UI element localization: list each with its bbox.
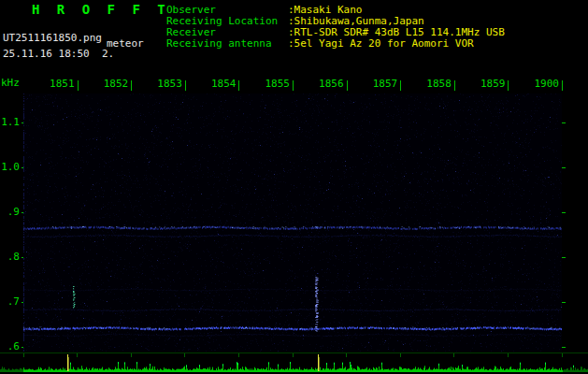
freq-tick-mark-right [562, 347, 566, 348]
time-tick-label: 1852 [91, 79, 128, 90]
freq-tick-label: 1.1 [0, 117, 20, 128]
info-value: :5el Yagi Az 20 for Aomori VOR [288, 38, 474, 50]
time-tick-label: 1856 [307, 79, 344, 90]
time-tick-label: 1900 [522, 79, 559, 90]
freq-tick-label: 1.0 [0, 162, 20, 173]
freq-tick-label: .8 [0, 252, 20, 263]
filename-label: UT2511161850.png [3, 33, 102, 44]
app-title: H R O F F T [32, 4, 170, 15]
time-tick-mark [562, 80, 563, 91]
freq-tick-mark-right [562, 167, 566, 168]
time-tick-mark [400, 80, 401, 91]
time-tick-label: 1855 [252, 79, 290, 90]
hrofft-screen: H R O F F T UT2511161850.png meteor 25.1… [0, 0, 588, 374]
time-tick-label: 1854 [198, 79, 236, 90]
time-tick-label: 1859 [467, 79, 505, 90]
time-tick-mark [347, 80, 348, 91]
freq-axis-unit-label: kHz [1, 78, 20, 89]
freq-tick-mark-right [562, 122, 566, 123]
time-tick-mark [508, 80, 509, 91]
time-tick-label: 1857 [360, 79, 397, 90]
signal-level-strip-canvas [0, 352, 588, 374]
time-tick-mark [131, 80, 132, 91]
time-tick-label: 1851 [37, 79, 75, 90]
timestamp-label: 25.11.16 18:50 2. [3, 49, 114, 60]
freq-tick-label: .9 [0, 207, 20, 218]
time-tick-mark [238, 80, 239, 91]
freq-tick-mark-right [562, 212, 566, 213]
spectrogram-canvas [23, 94, 562, 352]
freq-tick-mark-right [562, 257, 566, 258]
freq-tick-label: .7 [0, 296, 20, 308]
freq-tick-mark-right [562, 302, 566, 303]
time-tick-mark [78, 80, 79, 91]
time-tick-label: 1858 [414, 79, 452, 90]
time-tick-mark [293, 80, 294, 91]
time-tick-mark [454, 80, 455, 91]
time-tick-label: 1853 [145, 79, 182, 90]
time-tick-mark [185, 80, 186, 91]
info-label: Receiving antenna [166, 38, 272, 50]
